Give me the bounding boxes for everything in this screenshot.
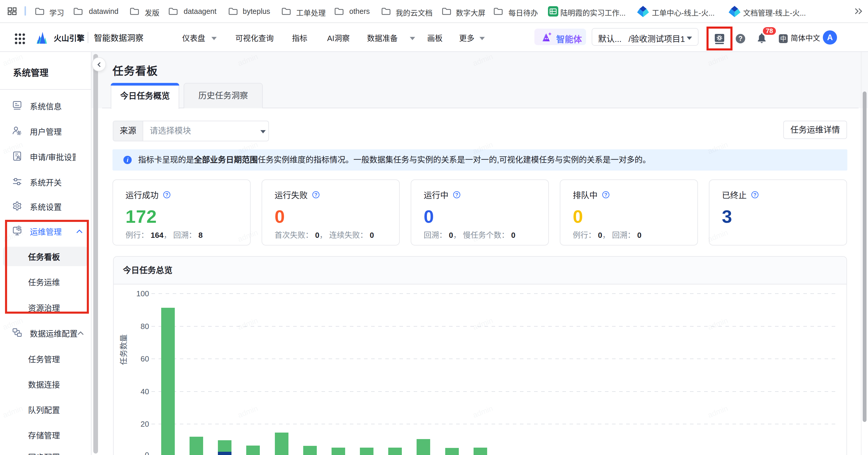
svg-text:80: 80 — [141, 322, 149, 331]
svg-text:100: 100 — [136, 289, 149, 298]
svg-text:40: 40 — [141, 387, 149, 396]
svg-text:0: 0 — [145, 451, 149, 455]
svg-text:20: 20 — [141, 420, 149, 428]
svg-text:任务数量: 任务数量 — [119, 334, 128, 365]
svg-text:60: 60 — [141, 354, 149, 363]
